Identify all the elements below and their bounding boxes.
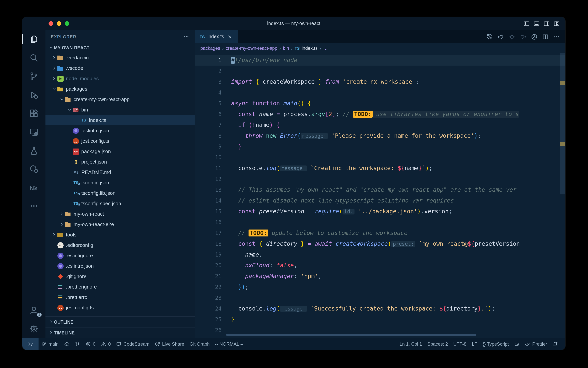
activity-extensions[interactable] — [22, 104, 45, 123]
vertical-scrollbar[interactable] — [560, 53, 565, 194]
status-branch[interactable]: main — [39, 338, 61, 350]
code-line-5[interactable]: 5async function main() { — [195, 98, 565, 109]
code-line-11[interactable]: 11 console.log(message: `Creating the wo… — [195, 163, 565, 174]
code-editor[interactable]: 1#!/usr/bin/env node23import { createWor… — [195, 53, 565, 338]
workspace-root-row[interactable]: MY-OWN-REACT — [45, 43, 195, 53]
status-codestream[interactable]: CodeStream — [114, 338, 152, 350]
explorer-actions-icon[interactable] — [184, 34, 189, 39]
code-line-24[interactable]: 24 console.log(message: `Successfully cr… — [195, 303, 565, 314]
tree-item-.eslintignore[interactable]: .eslintignore — [45, 250, 195, 261]
split-editor-button[interactable] — [542, 33, 549, 40]
activity-run-and-debug[interactable] — [22, 86, 45, 104]
tree-item-create-my-own-react-app[interactable]: create-my-own-react-app — [45, 94, 195, 105]
status-warnings[interactable]: 0 — [98, 338, 113, 350]
code-line-6[interactable]: 6 const name = process.argv[2]; // TODO:… — [195, 109, 565, 120]
status-publish[interactable] — [61, 338, 72, 350]
tree-item-index.ts[interactable]: TSindex.ts — [45, 115, 195, 125]
next-change-button[interactable] — [520, 33, 526, 40]
tree-item-tsconfig.json[interactable]: TStsconfig.json — [45, 177, 195, 188]
status-indentation[interactable]: Spaces: 2 — [425, 338, 451, 350]
code-line-12[interactable]: 12 — [195, 174, 565, 184]
breadcrumb-item-bin[interactable]: bin — [283, 46, 289, 51]
code-line-22[interactable]: 22 }); — [195, 282, 565, 292]
timeline-history-button[interactable] — [486, 33, 493, 40]
code-line-10[interactable]: 10 — [195, 152, 565, 163]
code-line-3[interactable]: 3import { createWorkspace } from 'create… — [195, 76, 565, 87]
status-vim-mode[interactable]: -- NORMAL -- — [212, 338, 246, 350]
maximize-window-button[interactable] — [65, 21, 69, 26]
activity-source-control[interactable] — [22, 67, 45, 86]
outline-section[interactable]: OUTLINE — [45, 316, 195, 327]
close-tab-icon[interactable] — [227, 34, 233, 40]
code-line-17[interactable]: 17 // TODO: update below to customize th… — [195, 228, 565, 238]
code-line-8[interactable]: 8 throw new Error(message: 'Please provi… — [195, 130, 565, 141]
timeline-section[interactable]: TIMELINE — [45, 327, 195, 338]
code-line-1[interactable]: 1#!/usr/bin/env node — [195, 55, 565, 65]
code-line-23[interactable]: 23 — [195, 292, 565, 303]
tree-item-project.json[interactable]: {}project.json — [45, 156, 195, 167]
file-history-button[interactable] — [531, 33, 537, 40]
tree-item-my-own-react-e2e[interactable]: my-own-react-e2e — [45, 219, 195, 230]
status-git-graph[interactable]: Git Graph — [187, 338, 212, 350]
code-line-15[interactable]: 15 const presetVersion = require(id: '..… — [195, 206, 565, 217]
code-line-2[interactable]: 2 — [195, 65, 565, 76]
tree-item-tools[interactable]: tools — [45, 230, 195, 240]
tree-item-.eslintrc.json[interactable]: .eslintrc.json — [45, 125, 195, 136]
code-line-21[interactable]: 21 packageManager: 'npm', — [195, 271, 565, 282]
tree-item-tsconfig.lib.json[interactable]: TStsconfig.lib.json — [45, 188, 195, 198]
code-line-9[interactable]: 9 } — [195, 141, 565, 152]
code-line-16[interactable]: 16 — [195, 217, 565, 228]
breadcrumb-item-packages[interactable]: packages — [200, 46, 220, 51]
status-compare[interactable] — [72, 338, 83, 350]
tree-item-jest.config.ts[interactable]: jest.config.ts — [45, 303, 195, 313]
code-line-18[interactable]: 18 const { directory } = await createWor… — [195, 238, 565, 249]
tree-item-.prettierignore[interactable]: .prettierignore — [45, 282, 195, 292]
activity-nx-console[interactable] — [22, 178, 45, 197]
tree-item-.editorconfig[interactable]: .editorconfig — [45, 240, 195, 250]
tree-item-bin[interactable]: bin — [45, 105, 195, 115]
tree-item-.gitignore[interactable]: .gitignore — [45, 271, 195, 282]
more-actions-button[interactable] — [553, 33, 560, 40]
layout-grid-button[interactable] — [553, 20, 560, 27]
status-language-mode[interactable]: {} TypeScript — [480, 338, 511, 350]
layout-panel-button[interactable] — [533, 20, 540, 27]
activity-gitlens[interactable] — [22, 160, 45, 178]
activity-accounts[interactable]: 1 — [22, 301, 45, 319]
tree-item-packages[interactable]: packages — [45, 84, 195, 94]
activity-explorer[interactable] — [22, 30, 45, 49]
tree-item-.vscode[interactable]: .vscode — [45, 63, 195, 73]
code-line-19[interactable]: 19 name, — [195, 249, 565, 260]
status-live-share[interactable]: Live Share — [152, 338, 187, 350]
status-copilot[interactable] — [511, 338, 522, 350]
minimize-window-button[interactable] — [57, 21, 61, 26]
breadcrumb-item-create-my-own-react-app[interactable]: create-my-own-react-app — [226, 46, 277, 51]
activity-testing[interactable] — [22, 141, 45, 160]
tree-item-node_modules[interactable]: node_modules — [45, 73, 195, 84]
status-eol[interactable]: LF — [469, 338, 480, 350]
breadcrumb-item-…[interactable]: … — [323, 46, 328, 51]
close-window-button[interactable] — [49, 21, 53, 26]
layout-sidebar-left-button[interactable] — [523, 20, 530, 27]
remote-indicator[interactable] — [22, 338, 39, 350]
activity-search[interactable] — [22, 49, 45, 67]
tree-item-tsconfig.spec.json[interactable]: TStsconfig.spec.json — [45, 198, 195, 209]
status-errors[interactable]: 0 — [83, 338, 98, 350]
tree-item-package.json[interactable]: package.json — [45, 146, 195, 156]
layout-sidebar-right-button[interactable] — [543, 20, 550, 27]
open-previous-change-button[interactable] — [497, 33, 504, 40]
activity-remote-explorer[interactable] — [22, 123, 45, 141]
tree-item-.verdaccio[interactable]: .verdaccio — [45, 53, 195, 63]
status-notifications[interactable] — [550, 338, 561, 350]
tab-index-ts[interactable]: TS index.ts — [195, 30, 237, 43]
previous-change-button[interactable] — [509, 33, 515, 40]
code-line-4[interactable]: 4 — [195, 87, 565, 98]
code-line-7[interactable]: 7 if (!name) { — [195, 120, 565, 130]
status-encoding[interactable]: UTF-8 — [451, 338, 469, 350]
tree-item-README.md[interactable]: M↓README.md — [45, 167, 195, 177]
code-line-14[interactable]: 14 // eslint-disable-next-line @typescri… — [195, 195, 565, 206]
activity-more[interactable] — [22, 197, 45, 215]
tree-item-jest.config.ts[interactable]: jest.config.ts — [45, 136, 195, 146]
activity-settings[interactable] — [22, 319, 45, 338]
tree-item-.eslintrc.json[interactable]: .eslintrc.json — [45, 261, 195, 271]
breadcrumb-item-index.ts[interactable]: TSindex.ts — [295, 46, 318, 51]
